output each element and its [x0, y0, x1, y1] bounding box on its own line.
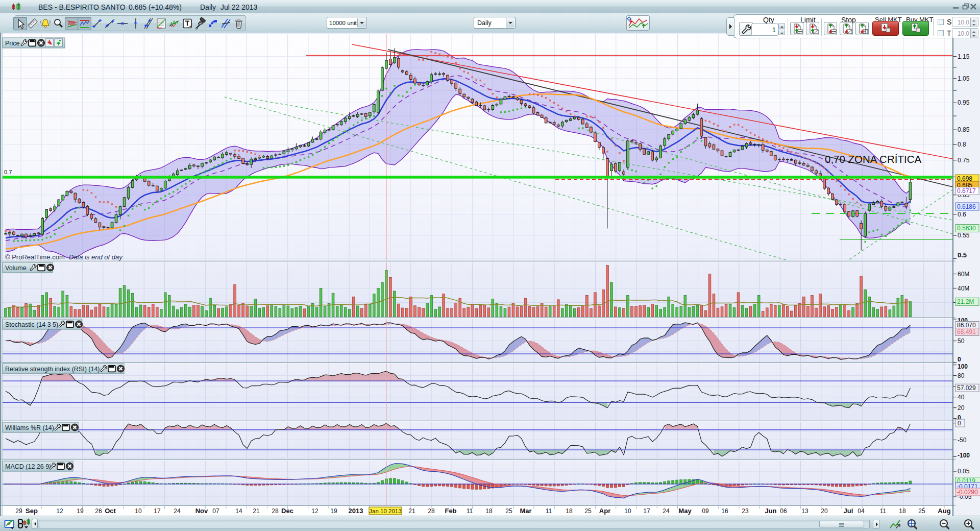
svg-text:17: 17	[643, 508, 650, 515]
svg-text:20: 20	[958, 404, 965, 412]
svg-text:09: 09	[702, 508, 709, 515]
svg-text:60M: 60M	[958, 271, 969, 278]
svg-text:Jul: Jul	[844, 507, 853, 515]
svg-text:18: 18	[485, 508, 493, 515]
svg-text:40: 40	[958, 394, 965, 401]
svg-text:0.5: 0.5	[958, 251, 967, 259]
svg-text:57.029: 57.029	[957, 384, 976, 392]
svg-text:0.6186: 0.6186	[957, 203, 976, 210]
svg-text:16: 16	[721, 508, 728, 515]
svg-text:0.85: 0.85	[958, 126, 970, 133]
svg-text:11: 11	[880, 508, 887, 515]
svg-text:0.95: 0.95	[958, 99, 970, 106]
svg-text:May: May	[678, 507, 692, 515]
svg-text:19: 19	[77, 508, 84, 515]
svg-text:21: 21	[253, 508, 260, 515]
svg-text:25: 25	[918, 508, 925, 515]
svg-text:Apr: Apr	[599, 507, 610, 515]
svg-text:13: 13	[801, 508, 808, 515]
svg-text:Jun: Jun	[765, 507, 776, 515]
svg-text:17: 17	[154, 508, 161, 515]
svg-text:Stochastic (14 3 5): Stochastic (14 3 5)	[5, 321, 58, 328]
svg-text:Williams %R (14): Williams %R (14)	[5, 424, 54, 431]
svg-text:24: 24	[174, 508, 181, 515]
svg-text:19: 19	[330, 508, 337, 515]
svg-text:24: 24	[663, 508, 670, 515]
svg-text:0: 0	[958, 420, 961, 427]
svg-text:Dec: Dec	[281, 507, 293, 515]
svg-text:28: 28	[272, 508, 279, 515]
svg-text:50: 50	[958, 337, 965, 345]
svg-text:23: 23	[742, 508, 749, 515]
svg-text:80: 80	[958, 372, 965, 379]
svg-text:Jan 10 2013: Jan 10 2013	[369, 508, 401, 514]
svg-text:25: 25	[505, 508, 512, 515]
svg-text:0.05: 0.05	[958, 468, 970, 475]
svg-text:29: 29	[15, 508, 22, 515]
svg-text:0.5630: 0.5630	[957, 225, 976, 232]
svg-text:Mar: Mar	[520, 507, 531, 515]
svg-text:Volume: Volume	[5, 264, 27, 272]
svg-text:26: 26	[95, 508, 102, 515]
svg-text:20: 20	[821, 508, 828, 515]
svg-text:21: 21	[408, 508, 415, 515]
svg-text:06: 06	[780, 508, 787, 515]
svg-text:12: 12	[311, 508, 318, 515]
svg-text:Price: Price	[5, 40, 20, 47]
svg-text:0: 0	[958, 356, 961, 363]
svg-text:100: 100	[958, 363, 968, 370]
svg-text:-50: -50	[958, 437, 967, 444]
svg-text:-100: -100	[958, 452, 970, 459]
svg-text:Relative strength index (RSI): Relative strength index (RSI) (14)	[5, 366, 100, 373]
svg-text:0.6717: 0.6717	[957, 187, 976, 195]
svg-text:-0.0290: -0.0290	[957, 489, 978, 496]
svg-text:11: 11	[467, 508, 473, 515]
svg-text:1.05: 1.05	[958, 75, 970, 82]
svg-text:0,70 ZONA CRÍTICA: 0,70 ZONA CRÍTICA	[825, 153, 921, 165]
svg-text:18: 18	[899, 508, 906, 515]
svg-text:Feb: Feb	[445, 507, 456, 515]
svg-text:Data is end of day: Data is end of day	[69, 253, 123, 261]
svg-text:04: 04	[857, 508, 865, 515]
svg-text:40M: 40M	[958, 285, 969, 292]
svg-text:Aug: Aug	[938, 507, 950, 515]
svg-text:18: 18	[566, 508, 573, 515]
svg-text:0.8: 0.8	[958, 141, 966, 148]
svg-text:Nov: Nov	[195, 507, 208, 515]
svg-text:14: 14	[235, 508, 242, 515]
svg-text:10: 10	[624, 508, 631, 515]
svg-text:0.6: 0.6	[958, 211, 966, 218]
svg-text:1.15: 1.15	[958, 53, 970, 60]
svg-text:Sep: Sep	[26, 507, 38, 515]
svg-text:Oct: Oct	[105, 507, 116, 515]
svg-text:25: 25	[584, 508, 592, 515]
svg-text:11: 11	[546, 508, 552, 515]
svg-text:© ProRealTime.com: © ProRealTime.com	[5, 253, 65, 261]
svg-text:28: 28	[428, 508, 435, 515]
svg-text:MACD (12 26 9): MACD (12 26 9)	[5, 463, 51, 470]
svg-text:0.7: 0.7	[4, 169, 12, 175]
svg-text:0.75: 0.75	[958, 157, 970, 164]
svg-text:10: 10	[135, 508, 142, 515]
svg-text:68.491: 68.491	[957, 328, 976, 335]
svg-text:2013: 2013	[349, 507, 363, 515]
svg-text:0.55: 0.55	[958, 232, 970, 239]
svg-text:07: 07	[212, 508, 219, 515]
svg-text:12: 12	[56, 508, 63, 515]
svg-text:21.2M: 21.2M	[957, 298, 974, 305]
